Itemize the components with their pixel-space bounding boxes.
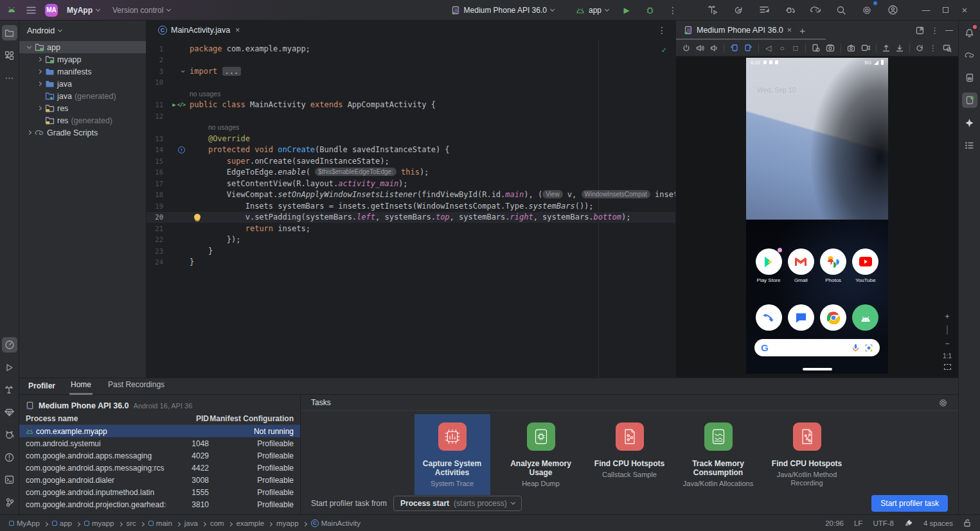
- translate-actions-icon[interactable]: A: [729, 3, 747, 18]
- code-line[interactable]: 16 EdgeToEdge.enable( $this$enableEdgeTo…: [147, 167, 675, 178]
- dock-app-phoneapp[interactable]: [754, 304, 783, 331]
- zoom-in-icon[interactable]: +: [945, 312, 950, 321]
- app-playstore[interactable]: Play Store: [754, 248, 783, 283]
- code-line[interactable]: 14↑ protected void onCreate(Bundle saved…: [147, 144, 675, 156]
- breadcrumb-item[interactable]: src: [127, 519, 136, 527]
- code-line[interactable]: 10: [147, 77, 675, 89]
- rotate-right-icon[interactable]: [744, 43, 753, 53]
- tree-item-manifests[interactable]: manifests: [19, 65, 146, 78]
- code-line[interactable]: no usages: [147, 122, 675, 134]
- terminal-toolwindow-icon[interactable]: [2, 472, 17, 487]
- breadcrumb-item[interactable]: myapp: [84, 519, 114, 527]
- tree-chevron-icon[interactable]: [24, 131, 33, 134]
- app-gmail[interactable]: Gmail: [787, 248, 815, 283]
- resource-manager-icon[interactable]: [2, 48, 17, 63]
- code-line[interactable]: 3›import ...: [147, 65, 675, 77]
- breadcrumb-item[interactable]: myapp: [276, 519, 299, 527]
- logcat-toolwindow-icon[interactable]: [2, 427, 17, 442]
- hide-panel-icon[interactable]: —: [945, 26, 953, 35]
- build-toolwindow-icon[interactable]: [2, 382, 17, 397]
- intention-bulb-icon[interactable]: [194, 214, 200, 220]
- add-device-tab-icon[interactable]: +: [794, 25, 810, 36]
- home-pill[interactable]: [803, 368, 832, 370]
- code-area[interactable]: ✓ 1package com.example.myapp;23›import .…: [147, 40, 675, 378]
- process-row[interactable]: com.google.android.apps.messaging4029Pro…: [19, 449, 300, 462]
- code-line[interactable]: 21 return insets;: [147, 223, 675, 234]
- tree-item-res[interactable]: res(generated): [19, 114, 146, 126]
- fold-arrow-icon[interactable]: ›: [178, 69, 187, 73]
- process-row[interactable]: com.google.android.apps.messaging:rcs442…: [19, 462, 300, 474]
- code-line[interactable]: 24}: [147, 257, 675, 268]
- tree-item-gradle-scripts[interactable]: Gradle Scripts: [19, 126, 146, 139]
- run-button[interactable]: ▶: [618, 3, 636, 18]
- mic-icon[interactable]: [852, 344, 859, 353]
- settings-icon[interactable]: [858, 3, 876, 18]
- tree-item-myapp[interactable]: myapp: [19, 53, 146, 65]
- process-row[interactable]: com.google.android.projection.gearhead:c…: [19, 498, 300, 510]
- debug-button[interactable]: [641, 3, 659, 18]
- rotate-left-icon[interactable]: [730, 43, 738, 53]
- app-youtube[interactable]: YouTube: [851, 248, 880, 283]
- code-line[interactable]: 22 });: [147, 234, 675, 246]
- task-card[interactable]: Track Memory ConsumptionJava/Kotlin Allo…: [681, 414, 756, 495]
- gemini-icon[interactable]: [962, 115, 977, 130]
- device-selector[interactable]: Medium Phone API 36.0: [447, 4, 558, 17]
- code-line[interactable]: 23 }: [147, 245, 675, 257]
- vcs-widget[interactable]: Version control: [109, 4, 174, 17]
- breadcrumb-item[interactable]: com: [210, 519, 224, 527]
- task-card[interactable]: Find CPU HotspotsCallstack Sample: [592, 414, 668, 495]
- more-actions-icon[interactable]: ⋮: [664, 3, 682, 18]
- screenshot-icon[interactable]: [847, 43, 855, 53]
- editor-tab-options-icon[interactable]: ⋮: [654, 25, 670, 35]
- device-tab[interactable]: Medium Phone API 36.0 ×: [681, 26, 794, 35]
- google-search-bar[interactable]: G: [754, 339, 880, 356]
- overview-icon[interactable]: □: [792, 43, 799, 53]
- emulator-more-icon[interactable]: ⋮: [929, 43, 937, 53]
- close-tab-icon[interactable]: ×: [787, 26, 792, 35]
- project-toolwindow-icon[interactable]: [2, 25, 17, 40]
- run-toolwindow-icon[interactable]: [2, 360, 17, 375]
- panel-options-icon[interactable]: ⋮: [931, 26, 939, 35]
- tab-home[interactable]: Home: [69, 380, 93, 395]
- account-icon[interactable]: [884, 3, 902, 18]
- restart-icon[interactable]: [916, 43, 923, 53]
- profiler-toolwindow-icon[interactable]: [2, 337, 17, 353]
- process-row[interactable]: com.google.android.dialer3008Profileable: [19, 474, 300, 486]
- file-encoding[interactable]: UTF-8: [873, 519, 894, 527]
- tree-item-java[interactable]: java: [19, 78, 146, 90]
- screen-record-icon[interactable]: [861, 43, 870, 53]
- tree-item-res[interactable]: res: [19, 102, 146, 114]
- dock-app-chrome[interactable]: [819, 304, 848, 331]
- version-control-toolwindow-icon[interactable]: [2, 494, 17, 510]
- close-tab-icon[interactable]: ×: [235, 26, 240, 35]
- minimize-window-icon[interactable]: —: [917, 3, 935, 18]
- caret-position[interactable]: 20:96: [825, 519, 844, 527]
- tree-item-app[interactable]: app: [19, 41, 146, 53]
- run-configuration-selector[interactable]: app: [572, 4, 612, 17]
- maximize-window-icon[interactable]: [936, 3, 954, 18]
- checklist-toolwindow-icon[interactable]: [962, 137, 977, 153]
- tasks-settings-icon[interactable]: [938, 398, 948, 408]
- upload-icon[interactable]: [882, 43, 890, 53]
- home-icon[interactable]: ○: [778, 43, 786, 53]
- start-profiler-task-button[interactable]: Start profiler task: [871, 495, 948, 512]
- editor-tab[interactable]: C MainActivity.java ×: [152, 21, 246, 39]
- code-tag-icon[interactable]: </>: [177, 101, 185, 108]
- tree-item-java[interactable]: java(generated): [19, 90, 146, 102]
- device-settings-icon[interactable]: [812, 43, 820, 53]
- highlighting-level-icon[interactable]: [904, 519, 913, 527]
- open-in-window-icon[interactable]: [916, 26, 924, 35]
- lens-icon[interactable]: [864, 344, 873, 353]
- tree-chevron-icon[interactable]: [35, 82, 44, 85]
- close-window-icon[interactable]: ×: [956, 3, 974, 18]
- profile-app-icon[interactable]: [704, 3, 722, 18]
- process-row[interactable]: com.android.systemui1048Profileable: [19, 437, 300, 449]
- breadcrumb-item[interactable]: MyApp: [9, 519, 40, 527]
- code-line[interactable]: 15 super.onCreate(savedInstanceState);: [147, 155, 675, 167]
- breadcrumb-item[interactable]: app: [52, 519, 72, 527]
- download-icon[interactable]: [896, 43, 904, 53]
- tab-past-recordings[interactable]: Past Recordings: [107, 380, 166, 395]
- code-line[interactable]: 17 setContentView(R.layout.activity_main…: [147, 178, 675, 189]
- zoom-track[interactable]: [947, 326, 948, 335]
- code-line[interactable]: 12: [147, 110, 675, 122]
